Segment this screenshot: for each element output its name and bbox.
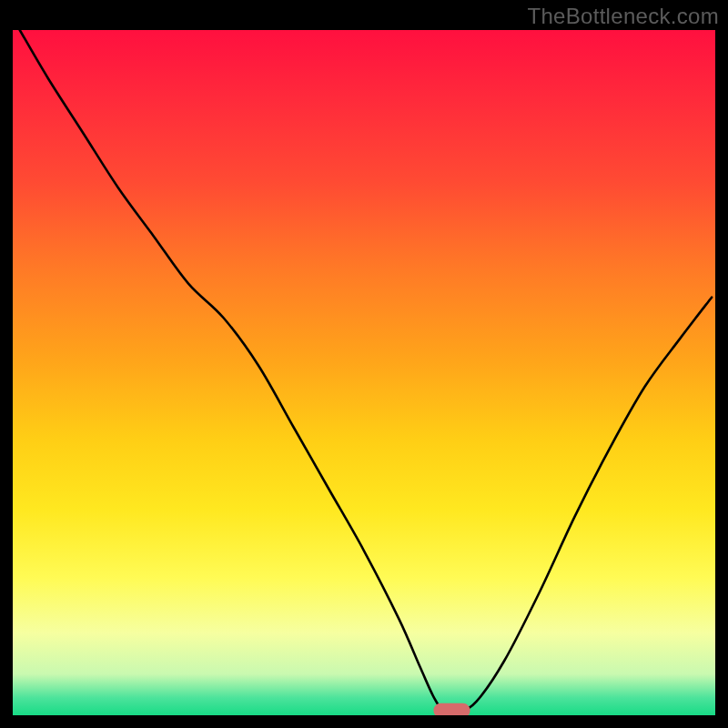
gradient-background — [13, 30, 715, 715]
optimal-marker — [433, 703, 470, 715]
watermark-text: TheBottleneck.com — [527, 4, 719, 29]
plot-area — [13, 30, 715, 715]
chart-svg — [13, 30, 715, 715]
chart-frame: TheBottleneck.com — [0, 0, 728, 728]
